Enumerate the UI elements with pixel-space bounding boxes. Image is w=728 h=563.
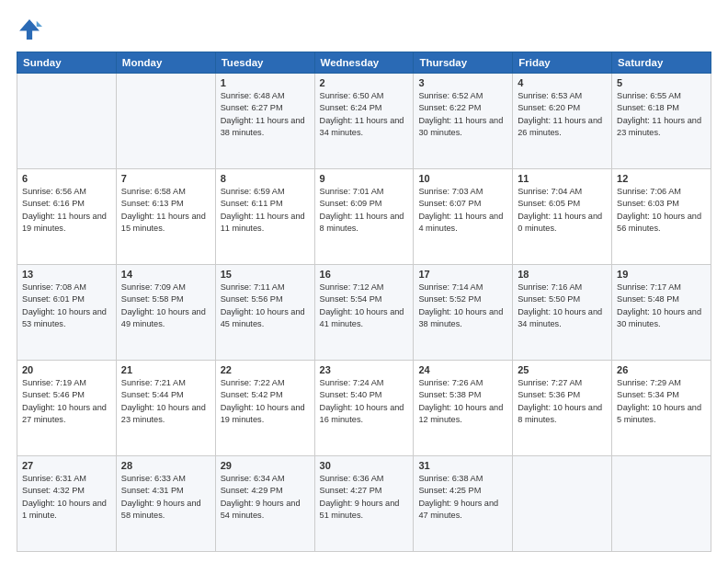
day-number: 7 [121, 173, 210, 184]
day-cell: 6Sunrise: 6:56 AMSunset: 6:16 PMDaylight… [17, 169, 117, 265]
day-info: Sunrise: 7:21 AMSunset: 5:44 PMDaylight:… [121, 377, 210, 426]
day-info: Sunrise: 7:08 AMSunset: 6:01 PMDaylight:… [22, 282, 111, 330]
sunrise-text: Sunrise: 7:26 AM [418, 378, 483, 387]
weekday-header-thursday: Thursday [414, 52, 513, 74]
sunrise-text: Sunrise: 7:04 AM [518, 187, 582, 196]
weekday-header-tuesday: Tuesday [215, 52, 314, 74]
daylight-text: Daylight: 11 hours and 23 minutes. [617, 116, 701, 137]
day-cell [612, 456, 711, 552]
week-row-1: 6Sunrise: 6:56 AMSunset: 6:16 PMDaylight… [17, 169, 711, 265]
sunrise-text: Sunrise: 6:58 AM [121, 187, 186, 196]
sunrise-text: Sunrise: 7:19 AM [22, 378, 86, 387]
daylight-text: Daylight: 11 hours and 26 minutes. [518, 116, 602, 137]
day-cell: 1Sunrise: 6:48 AMSunset: 6:27 PMDaylight… [215, 74, 314, 169]
sunrise-text: Sunrise: 7:22 AM [221, 378, 285, 387]
daylight-text: Daylight: 11 hours and 30 minutes. [418, 116, 503, 137]
daylight-text: Daylight: 10 hours and 38 minutes. [418, 307, 503, 328]
day-info: Sunrise: 6:38 AMSunset: 4:25 PMDaylight:… [418, 473, 507, 522]
day-number: 26 [617, 364, 706, 375]
sunrise-text: Sunrise: 6:48 AM [221, 91, 285, 100]
day-cell [513, 456, 612, 552]
sunset-text: Sunset: 5:46 PM [22, 390, 85, 399]
day-info: Sunrise: 6:48 AMSunset: 6:27 PMDaylight:… [221, 90, 310, 139]
sunrise-text: Sunrise: 7:17 AM [617, 282, 681, 292]
sunrise-text: Sunrise: 6:50 AM [320, 91, 384, 100]
day-info: Sunrise: 7:03 AMSunset: 6:07 PMDaylight:… [418, 186, 507, 235]
sunrise-text: Sunrise: 7:08 AM [22, 282, 86, 292]
sunset-text: Sunset: 6:22 PM [418, 103, 481, 112]
daylight-text: Daylight: 11 hours and 11 minutes. [221, 212, 305, 233]
day-number: 16 [320, 269, 409, 280]
daylight-text: Daylight: 11 hours and 19 minutes. [22, 212, 107, 233]
day-info: Sunrise: 6:34 AMSunset: 4:29 PMDaylight:… [221, 473, 310, 522]
day-info: Sunrise: 6:52 AMSunset: 6:22 PMDaylight:… [418, 90, 507, 139]
day-number: 25 [518, 364, 607, 375]
sunset-text: Sunset: 6:18 PM [617, 103, 679, 112]
week-row-3: 20Sunrise: 7:19 AMSunset: 5:46 PMDayligh… [17, 361, 711, 456]
sunset-text: Sunset: 5:40 PM [320, 390, 382, 399]
sunset-text: Sunset: 5:58 PM [121, 294, 184, 304]
day-info: Sunrise: 6:36 AMSunset: 4:27 PMDaylight:… [320, 473, 409, 522]
day-info: Sunrise: 7:14 AMSunset: 5:52 PMDaylight:… [418, 282, 507, 330]
day-info: Sunrise: 7:22 AMSunset: 5:42 PMDaylight:… [221, 377, 310, 426]
day-cell: 23Sunrise: 7:24 AMSunset: 5:40 PMDayligh… [314, 361, 414, 456]
sunset-text: Sunset: 4:31 PM [121, 486, 184, 495]
day-cell: 9Sunrise: 7:01 AMSunset: 6:09 PMDaylight… [314, 169, 414, 265]
daylight-text: Daylight: 11 hours and 38 minutes. [221, 116, 305, 137]
day-info: Sunrise: 7:26 AMSunset: 5:38 PMDaylight:… [418, 377, 507, 426]
weekday-header-wednesday: Wednesday [314, 52, 414, 74]
day-cell: 15Sunrise: 7:11 AMSunset: 5:56 PMDayligh… [215, 265, 314, 361]
sunrise-text: Sunrise: 6:34 AM [221, 474, 285, 483]
day-cell: 29Sunrise: 6:34 AMSunset: 4:29 PMDayligh… [215, 456, 314, 552]
day-cell: 11Sunrise: 7:04 AMSunset: 6:05 PMDayligh… [513, 169, 612, 265]
day-cell: 20Sunrise: 7:19 AMSunset: 5:46 PMDayligh… [17, 361, 117, 456]
day-cell: 13Sunrise: 7:08 AMSunset: 6:01 PMDayligh… [17, 265, 117, 361]
sunrise-text: Sunrise: 6:52 AM [418, 91, 483, 100]
day-cell: 22Sunrise: 7:22 AMSunset: 5:42 PMDayligh… [215, 361, 314, 456]
day-number: 18 [518, 269, 607, 280]
day-cell: 5Sunrise: 6:55 AMSunset: 6:18 PMDaylight… [612, 74, 711, 169]
daylight-text: Daylight: 10 hours and 27 minutes. [22, 403, 107, 424]
day-info: Sunrise: 7:17 AMSunset: 5:48 PMDaylight:… [617, 282, 706, 330]
svg-marker-0 [19, 19, 40, 40]
sunrise-text: Sunrise: 7:06 AM [617, 187, 681, 196]
day-number: 10 [418, 173, 507, 184]
sunset-text: Sunset: 6:24 PM [320, 103, 382, 112]
daylight-text: Daylight: 10 hours and 49 minutes. [121, 307, 206, 328]
day-number: 9 [320, 173, 409, 184]
weekday-header-sunday: Sunday [17, 52, 117, 74]
daylight-text: Daylight: 10 hours and 53 minutes. [22, 307, 107, 328]
daylight-text: Daylight: 11 hours and 4 minutes. [418, 212, 503, 233]
day-number: 24 [418, 364, 507, 375]
logo-icon [17, 17, 42, 42]
day-info: Sunrise: 7:09 AMSunset: 5:58 PMDaylight:… [121, 282, 210, 330]
daylight-text: Daylight: 10 hours and 1 minute. [22, 499, 107, 520]
day-cell: 31Sunrise: 6:38 AMSunset: 4:25 PMDayligh… [414, 456, 513, 552]
day-cell [17, 74, 117, 169]
day-info: Sunrise: 7:29 AMSunset: 5:34 PMDaylight:… [617, 377, 706, 426]
day-number: 1 [221, 77, 310, 88]
day-info: Sunrise: 6:58 AMSunset: 6:13 PMDaylight:… [121, 186, 210, 235]
sunrise-text: Sunrise: 7:09 AM [121, 282, 186, 292]
day-number: 8 [221, 173, 310, 184]
svg-marker-1 [37, 21, 42, 27]
sunset-text: Sunset: 6:05 PM [518, 199, 580, 208]
day-info: Sunrise: 6:56 AMSunset: 6:16 PMDaylight:… [22, 186, 111, 235]
sunset-text: Sunset: 6:09 PM [320, 199, 382, 208]
sunset-text: Sunset: 5:52 PM [418, 294, 481, 304]
calendar-header: SundayMondayTuesdayWednesdayThursdayFrid… [17, 52, 711, 74]
day-cell: 25Sunrise: 7:27 AMSunset: 5:36 PMDayligh… [513, 361, 612, 456]
day-cell [116, 74, 215, 169]
day-info: Sunrise: 6:55 AMSunset: 6:18 PMDaylight:… [617, 90, 706, 139]
day-cell: 4Sunrise: 6:53 AMSunset: 6:20 PMDaylight… [513, 74, 612, 169]
sunset-text: Sunset: 5:56 PM [221, 294, 283, 304]
daylight-text: Daylight: 10 hours and 5 minutes. [617, 403, 701, 424]
day-number: 3 [418, 77, 507, 88]
sunset-text: Sunset: 5:48 PM [617, 294, 679, 304]
day-number: 5 [617, 77, 706, 88]
day-cell: 24Sunrise: 7:26 AMSunset: 5:38 PMDayligh… [414, 361, 513, 456]
day-info: Sunrise: 6:31 AMSunset: 4:32 PMDaylight:… [22, 473, 111, 522]
sunrise-text: Sunrise: 6:56 AM [22, 187, 86, 196]
header [17, 17, 711, 42]
sunrise-text: Sunrise: 6:59 AM [221, 187, 285, 196]
